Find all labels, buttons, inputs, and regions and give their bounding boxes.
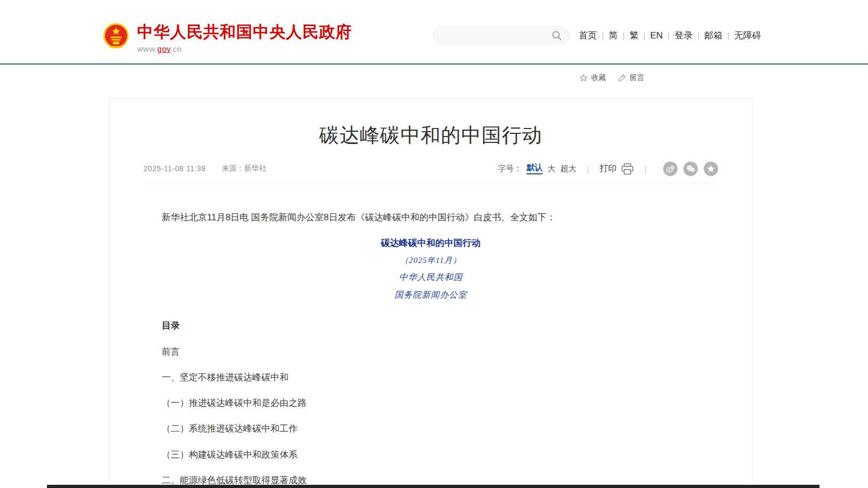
nav-separator: |	[727, 31, 729, 40]
nav-link-1[interactable]: 简	[609, 29, 618, 42]
article-meta: 2025-11-08 11:39 来源：新华社 字号： 默认大超大 | 打印 |	[144, 162, 718, 175]
nav-link-3[interactable]: EN	[650, 30, 663, 41]
nav-link-2[interactable]: 繁	[630, 29, 639, 42]
search-input[interactable]	[443, 28, 547, 43]
publish-date: 2025-11-08 11:39	[144, 164, 205, 173]
pencil-icon	[618, 74, 626, 82]
wechat-icon[interactable]	[683, 162, 698, 176]
toc-list: 前言一、坚定不移推进碳达峰碳中和（一）推进碳达峰碳中和是必由之路（二）系统推进碳…	[144, 346, 718, 488]
toc-item: 二、能源绿色低碳转型取得显著成效	[144, 475, 718, 486]
toc-item: 一、坚定不移推进碳达峰碳中和	[144, 372, 718, 383]
toc-item: 前言	[144, 346, 718, 357]
search-icon[interactable]	[551, 30, 562, 41]
star-icon	[579, 74, 588, 82]
printer-icon	[621, 163, 634, 174]
site-url: www.gov.cn	[137, 44, 352, 53]
message-button[interactable]: 留言	[618, 73, 644, 83]
font-size-option-2[interactable]: 超大	[560, 164, 576, 174]
nav-link-5[interactable]: 邮箱	[704, 29, 722, 42]
separator: |	[587, 164, 589, 173]
site-url-cn: .cn	[170, 44, 182, 53]
nav-separator: |	[667, 31, 670, 40]
doc-issuer-line-1: 中华人民共和国	[144, 272, 718, 283]
article-title: 碳达峰碳中和的中国行动	[109, 125, 752, 145]
meta-left: 2025-11-08 11:39 来源：新华社	[144, 164, 266, 173]
site-url-gov: gov	[157, 44, 171, 53]
favorite-label: 收藏	[591, 73, 606, 83]
nav-separator: |	[623, 31, 625, 40]
nav-separator: |	[643, 31, 646, 40]
toc-heading: 目录	[144, 320, 718, 331]
source-label: 来源：	[221, 164, 244, 172]
font-size-options: 默认大超大	[522, 163, 576, 174]
national-emblem-icon	[103, 21, 129, 51]
source-name[interactable]: 新华社	[244, 164, 266, 172]
font-size-option-1[interactable]: 大	[547, 164, 555, 174]
font-size-option-0[interactable]: 默认	[527, 163, 543, 174]
qzone-icon[interactable]	[704, 162, 718, 176]
separator: |	[644, 164, 647, 173]
site-url-www: www.	[137, 44, 157, 53]
article-body: 新华社北京11月8日电 国务院新闻办公室8日发布《碳达峰碳中和的中国行动》白皮书…	[144, 212, 718, 488]
nav-separator: |	[697, 31, 699, 40]
toc-item: （一）推进碳达峰碳中和是必由之路	[144, 397, 718, 409]
lead-paragraph: 新华社北京11月8日电 国务院新闻办公室8日发布《碳达峰碳中和的中国行动》白皮书…	[144, 212, 718, 223]
doc-issuer-line-2: 国务院新闻办公室	[144, 290, 718, 300]
doc-date-line: （2025年11月）	[144, 255, 718, 266]
favorite-button[interactable]: 收藏	[579, 73, 606, 83]
nav-separator: |	[602, 31, 604, 40]
search-box[interactable]	[433, 26, 570, 44]
weibo-icon[interactable]	[663, 162, 678, 176]
nav-link-6[interactable]: 无障碍	[734, 29, 761, 42]
site-logo[interactable]: 中华人民共和国中央人民政府 www.gov.cn	[103, 21, 352, 53]
meta-divider	[144, 183, 718, 184]
message-label: 留言	[630, 73, 644, 83]
print-button[interactable]: 打印	[600, 163, 634, 174]
nav-link-4[interactable]: 登录	[674, 29, 692, 42]
doc-title: 碳达峰碳中和的中国行动	[144, 237, 718, 249]
toc-item: （二）系统推进碳达峰碳中和工作	[144, 423, 718, 434]
print-label: 打印	[600, 163, 617, 174]
font-size-label: 字号：	[498, 164, 522, 174]
article-container: 碳达峰碳中和的中国行动 2025-11-08 11:39 来源：新华社 字号： …	[109, 98, 753, 488]
page-actions: 收藏 留言	[579, 73, 656, 83]
site-title: 中华人民共和国中央人民政府	[137, 23, 352, 41]
nav-link-0[interactable]: 首页	[579, 29, 597, 42]
share-icons	[657, 162, 718, 176]
site-header: 中华人民共和国中央人民政府 www.gov.cn 首页|简|繁|EN|登录|邮箱…	[0, 0, 868, 65]
bottom-bar	[47, 485, 819, 488]
meta-controls: 字号： 默认大超大 | 打印 |	[498, 162, 718, 176]
top-nav: 首页|简|繁|EN|登录|邮箱|无障碍	[579, 29, 761, 42]
toc-item: （三）构建碳达峰碳中和政策体系	[144, 449, 718, 460]
